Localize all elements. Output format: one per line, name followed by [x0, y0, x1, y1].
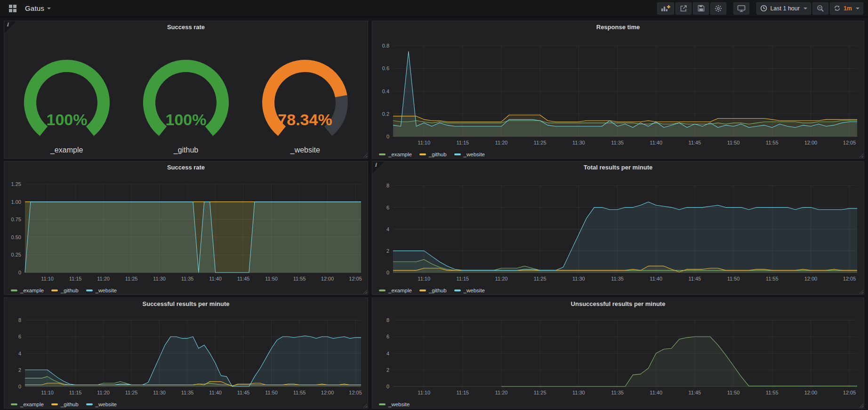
tv-mode-button[interactable]	[733, 2, 749, 15]
panel-title[interactable]: Success rate	[4, 21, 368, 33]
legend-item-_website[interactable]: _website	[86, 288, 117, 293]
y-axis-tick-label: 8	[386, 183, 389, 188]
legend-label: _example	[20, 402, 44, 407]
legend-item-_website[interactable]: _website	[454, 288, 485, 293]
panel-title[interactable]: Total results per minute	[372, 161, 864, 173]
x-axis-tick-label: 11:35	[611, 390, 624, 395]
y-axis-tick-label: 1.00	[11, 199, 21, 205]
chart-canvas[interactable]: 00.250.500.751.001.2511:1011:1511:2011:2…	[4, 173, 368, 284]
chart-canvas[interactable]: 00.20.40.60.811:1011:1511:2011:2511:3011…	[372, 33, 864, 148]
x-axis-tick-label: 11:30	[572, 390, 585, 395]
dashboard-picker-button[interactable]	[5, 2, 21, 15]
x-axis-tick-label: 11:30	[572, 140, 585, 145]
legend-item-_github[interactable]: _github	[419, 152, 447, 157]
legend-item-_github[interactable]: _github	[51, 288, 79, 293]
x-axis-tick-label: 11:25	[534, 140, 547, 145]
refresh-interval-label: 1m	[844, 5, 852, 12]
y-axis-tick-label: 6	[386, 334, 389, 339]
x-axis-tick-label: 11:55	[766, 276, 779, 281]
x-axis-tick-label: 12:00	[804, 276, 818, 281]
time-range-label: Last 1 hour	[770, 5, 800, 12]
legend-swatch	[379, 403, 386, 405]
monitor-icon	[737, 5, 746, 12]
x-axis-tick-label: 11:50	[265, 390, 278, 395]
legend: _example_github_website	[4, 400, 368, 410]
chart-total-results[interactable]: 0246811:1011:1511:2011:2511:3011:3511:40…	[372, 173, 864, 286]
x-axis-tick-label: 11:15	[69, 276, 82, 281]
legend-item-_example[interactable]: _example	[379, 152, 412, 157]
x-axis-tick-label: 11:35	[611, 140, 624, 145]
time-range-button[interactable]: Last 1 hour	[756, 2, 811, 15]
settings-button[interactable]	[710, 2, 726, 15]
series-fill-_website	[25, 202, 361, 273]
x-axis-tick-label: 12:00	[321, 276, 334, 281]
zoom-out-button[interactable]	[812, 2, 828, 15]
y-axis-tick-label: 0.2	[382, 111, 389, 117]
legend-label: _example	[388, 152, 412, 157]
series-fill-_website	[501, 337, 857, 386]
panel-title[interactable]: Response time	[372, 21, 864, 33]
gauge-_example: 100%_example	[10, 35, 123, 154]
x-axis-tick-label: 11:30	[153, 390, 166, 395]
share-button[interactable]	[675, 2, 691, 15]
share-icon	[680, 5, 687, 12]
x-axis-tick-label: 11:45	[689, 390, 701, 395]
x-axis-tick-label: 11:45	[237, 276, 250, 281]
panel-title[interactable]: Successful results per minute	[4, 298, 368, 310]
chart-unsuccessful-results[interactable]: 0246811:1011:1511:2011:2511:3011:3511:40…	[372, 310, 864, 400]
y-axis-tick-label: 0	[18, 270, 21, 275]
legend-label: _github	[429, 152, 447, 157]
x-axis-tick-label: 12:05	[349, 276, 362, 281]
legend-item-_website[interactable]: _website	[454, 152, 485, 157]
legend-label: _website	[464, 288, 485, 293]
y-axis-tick-label: 0.8	[382, 43, 389, 48]
panel-title[interactable]: Unsuccessful results per minute	[372, 298, 864, 310]
legend-swatch	[51, 403, 58, 405]
dashboard-title: Gatus	[25, 4, 44, 12]
gauge-arc: 78.34%	[249, 56, 362, 145]
chart-canvas[interactable]: 0246811:1011:1511:2011:2511:3011:3511:40…	[372, 310, 864, 398]
legend-swatch	[11, 289, 17, 291]
legend-item-_website[interactable]: _website	[86, 402, 117, 407]
x-axis-tick-label: 11:45	[237, 390, 250, 395]
dashboard-title-dropdown[interactable]: Gatus	[25, 4, 51, 12]
x-axis-tick-label: 11:55	[766, 390, 779, 395]
gauge-value: 100%	[46, 111, 87, 129]
info-icon[interactable]	[372, 161, 385, 174]
legend-item-_example[interactable]: _example	[11, 288, 44, 293]
legend-item-_github[interactable]: _github	[419, 288, 447, 293]
chart-response-time[interactable]: 00.20.40.60.811:1011:1511:2011:2511:3011…	[372, 33, 864, 150]
gauge-label: _github	[174, 146, 199, 154]
chart-canvas[interactable]: 0246811:1011:1511:2011:2511:3011:3511:40…	[4, 310, 368, 398]
x-axis-tick-label: 12:00	[804, 140, 818, 145]
x-axis-tick-label: 11:10	[418, 390, 430, 395]
add-panel-button[interactable]	[657, 2, 674, 15]
y-axis-tick-label: 0.6	[382, 65, 389, 71]
x-axis-tick-label: 11:25	[534, 390, 547, 395]
chart-canvas[interactable]: 0246811:1011:1511:2011:2511:3011:3511:40…	[372, 173, 864, 284]
x-axis-tick-label: 11:20	[97, 390, 110, 395]
x-axis-tick-label: 12:05	[349, 390, 362, 395]
panel-title[interactable]: Success rate	[4, 161, 368, 173]
clock-icon	[760, 5, 767, 12]
refresh-button[interactable]: 1m	[830, 2, 863, 15]
y-axis-tick-label: 0.75	[11, 217, 21, 222]
legend-item-_example[interactable]: _example	[379, 288, 412, 293]
chart-successful-results[interactable]: 0246811:1011:1511:2011:2511:3011:3511:40…	[4, 310, 368, 400]
legend-label: _github	[61, 288, 79, 293]
legend-item-_github[interactable]: _github	[51, 402, 79, 407]
chart-success-rate[interactable]: 00.250.500.751.001.2511:1011:1511:2011:2…	[4, 173, 368, 286]
legend-swatch	[379, 153, 386, 155]
apps-grid-icon	[8, 4, 17, 13]
legend-item-_website[interactable]: _website	[379, 402, 410, 407]
legend-swatch	[454, 289, 461, 291]
y-axis-tick-label: 0.4	[382, 88, 389, 94]
legend-item-_example[interactable]: _example	[11, 402, 44, 407]
save-button[interactable]	[693, 2, 709, 15]
y-axis-tick-label: 0	[386, 270, 389, 275]
y-axis-tick-label: 0.25	[11, 252, 21, 257]
legend: _example_github_website	[372, 150, 864, 160]
info-icon[interactable]	[4, 21, 16, 33]
x-axis-tick-label: 11:25	[534, 276, 547, 281]
x-axis-tick-label: 11:40	[650, 276, 662, 281]
